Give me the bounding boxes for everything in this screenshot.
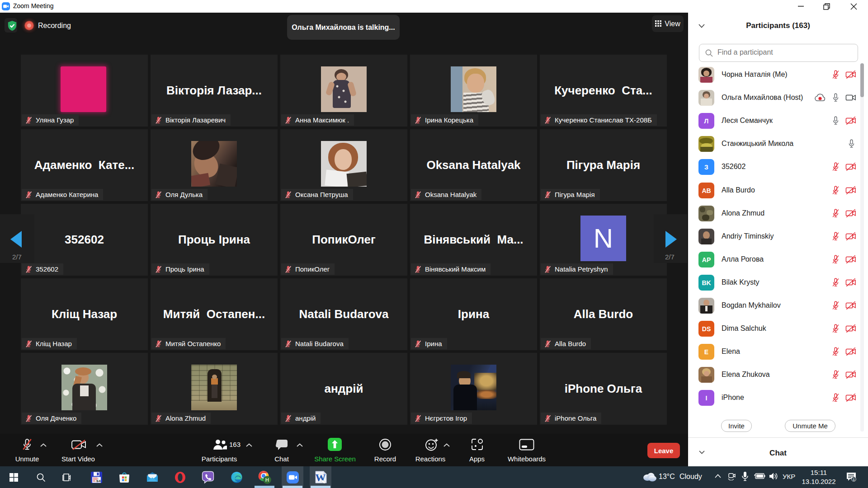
svg-text:Б4: Б4 [96,479,101,483]
svg-text:1: 1 [853,478,855,482]
svg-text:H: H [265,477,269,483]
